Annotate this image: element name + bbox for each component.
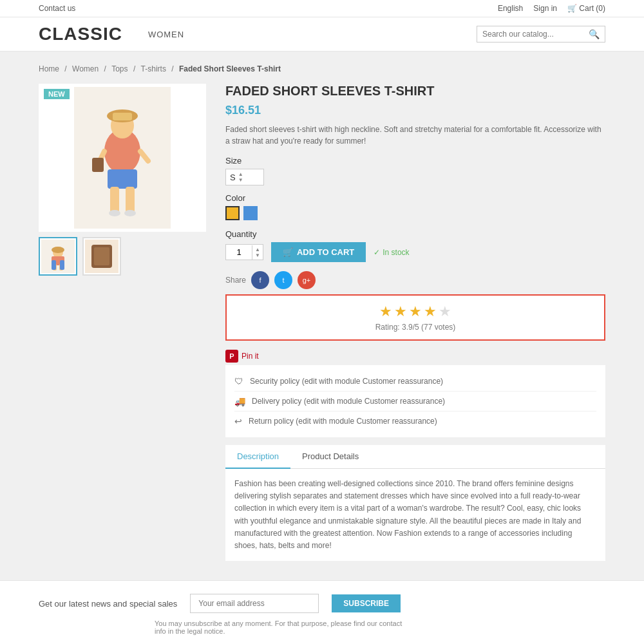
newsletter-row: Get our latest news and special sales SU… bbox=[39, 594, 605, 613]
svg-rect-19 bbox=[52, 260, 56, 270]
size-up-arrow[interactable]: ▲ bbox=[238, 171, 243, 177]
search-box: 🔍 bbox=[477, 26, 605, 43]
breadcrumb-home[interactable]: Home bbox=[39, 64, 59, 73]
delivery-icon: 🚚 bbox=[234, 396, 245, 406]
sign-in-link[interactable]: Sign in bbox=[533, 4, 557, 13]
svg-rect-2 bbox=[108, 169, 137, 189]
share-facebook-button[interactable]: f bbox=[251, 271, 269, 289]
share-googleplus-button[interactable]: g+ bbox=[298, 271, 316, 289]
star-1: ★ bbox=[379, 303, 392, 320]
color-label: Color bbox=[225, 193, 605, 203]
thumbnail-1[interactable] bbox=[39, 237, 77, 276]
contact-us-link[interactable]: Contact us bbox=[39, 4, 75, 13]
breadcrumb-sep-1: / bbox=[64, 64, 69, 73]
star-rating: ★ ★ ★ ★ ★ bbox=[234, 303, 596, 320]
product-title: FADED SHORT SLEEVES T-SHIRT bbox=[225, 84, 605, 99]
tab-nav: Description Product Details bbox=[225, 445, 605, 469]
breadcrumb-current: Faded Short Sleeves T-shirt bbox=[179, 64, 281, 73]
svg-rect-3 bbox=[110, 187, 119, 213]
quantity-arrows: ▲ ▼ bbox=[252, 245, 263, 260]
svg-rect-9 bbox=[113, 113, 132, 120]
breadcrumb-women[interactable]: Women bbox=[72, 64, 99, 73]
svg-rect-4 bbox=[126, 187, 135, 213]
pinterest-button[interactable]: P Pin it bbox=[225, 347, 605, 365]
product-main-image bbox=[74, 87, 171, 229]
policy-return: ↩ Return policy (edit with module Custom… bbox=[234, 412, 596, 431]
breadcrumb-tops[interactable]: Tops bbox=[111, 64, 128, 73]
product-price: $16.51 bbox=[225, 104, 605, 117]
thumb-image-2 bbox=[85, 240, 118, 273]
newsletter-note: You may unsubscribe at any moment. For t… bbox=[155, 620, 412, 635]
breadcrumb-sep-4: / bbox=[171, 64, 176, 73]
in-stock-label: In stock bbox=[383, 248, 409, 257]
tab-product-details[interactable]: Product Details bbox=[290, 445, 370, 468]
breadcrumb: Home / Women / Tops / T-shirts / Faded S… bbox=[39, 64, 605, 73]
qty-down-arrow[interactable]: ▼ bbox=[255, 252, 260, 258]
breadcrumb-sep-3: / bbox=[133, 64, 138, 73]
pinterest-icon: P bbox=[225, 350, 238, 363]
header-left: CLASSIC WOMEN bbox=[39, 24, 184, 44]
color-swatches bbox=[225, 206, 605, 220]
star-2: ★ bbox=[394, 303, 407, 320]
policy-delivery: 🚚 Delivery policy (edit with module Cust… bbox=[234, 392, 596, 412]
rating-text: Rating: 3.9/5 (77 votes) bbox=[234, 323, 596, 332]
thumbnail-row bbox=[39, 237, 206, 276]
top-bar: Contact us English Sign in 🛒 Cart (0) bbox=[0, 0, 644, 17]
in-stock-status: ✓ In stock bbox=[374, 248, 409, 257]
qty-up-arrow[interactable]: ▲ bbox=[255, 247, 260, 252]
tabs-section: Description Product Details Fashion has … bbox=[225, 445, 605, 561]
product-images: NEW bbox=[39, 84, 206, 561]
cart-link[interactable]: 🛒 Cart (0) bbox=[567, 4, 605, 13]
svg-point-6 bbox=[124, 210, 136, 216]
quantity-input-wrap: ▲ ▼ bbox=[225, 244, 263, 260]
language-selector[interactable]: English bbox=[498, 4, 523, 13]
return-icon: ↩ bbox=[234, 416, 242, 426]
top-bar-right: English Sign in 🛒 Cart (0) bbox=[498, 4, 605, 13]
breadcrumb-sep-2: / bbox=[104, 64, 109, 73]
content-area: Home / Women / Tops / T-shirts / Faded S… bbox=[0, 52, 644, 580]
star-5: ★ bbox=[439, 303, 451, 320]
nav-women[interactable]: WOMEN bbox=[148, 30, 184, 39]
add-to-cart-label: ADD TO CART bbox=[297, 247, 354, 257]
search-input[interactable] bbox=[482, 30, 589, 39]
pinterest-label: Pin it bbox=[242, 352, 259, 361]
size-down-arrow[interactable]: ▼ bbox=[238, 177, 243, 183]
color-swatch-yellow[interactable] bbox=[225, 206, 240, 220]
quantity-input[interactable] bbox=[226, 245, 252, 260]
highlight-box: ★ ★ ★ ★ ★ Rating: 3.9/5 (77 votes) bbox=[225, 294, 605, 341]
product-description: Faded short sleeves t-shirt with high ne… bbox=[225, 124, 605, 147]
svg-rect-23 bbox=[94, 247, 109, 265]
new-badge: NEW bbox=[44, 89, 70, 99]
color-swatch-blue[interactable] bbox=[243, 206, 258, 220]
add-to-cart-button[interactable]: 🛒 ADD TO CART bbox=[271, 242, 366, 262]
newsletter-label: Get our latest news and special sales bbox=[39, 599, 177, 609]
breadcrumb-tshirts[interactable]: T-shirts bbox=[141, 64, 166, 73]
size-value: S bbox=[230, 173, 236, 182]
header: CLASSIC WOMEN 🔍 bbox=[0, 17, 644, 52]
cart-label: Cart (0) bbox=[579, 4, 605, 13]
tab-content-description: Fashion has been creating well-designed … bbox=[225, 469, 605, 561]
policy-security: 🛡 Security policy (edit with module Cust… bbox=[234, 372, 596, 392]
quantity-label: Quantity bbox=[225, 229, 605, 239]
delivery-policy-text: Delivery policy (edit with module Custom… bbox=[252, 397, 445, 406]
subscribe-button[interactable]: SUBSCRIBE bbox=[332, 594, 401, 612]
share-row: Share f t g+ bbox=[225, 271, 605, 289]
size-select[interactable]: S ▲ ▼ bbox=[225, 169, 264, 185]
product-details: FADED SHORT SLEEVES T-SHIRT $16.51 Faded… bbox=[225, 84, 605, 561]
svg-rect-12 bbox=[92, 158, 104, 172]
share-label: Share bbox=[225, 276, 246, 285]
size-arrows[interactable]: ▲ ▼ bbox=[238, 171, 243, 183]
share-twitter-button[interactable]: t bbox=[274, 271, 292, 289]
quantity-row: ▲ ▼ 🛒 ADD TO CART ✓ In stock bbox=[225, 242, 605, 262]
thumb-image-1 bbox=[41, 240, 75, 273]
svg-point-15 bbox=[52, 247, 64, 253]
svg-point-5 bbox=[109, 210, 120, 216]
thumbnail-2[interactable] bbox=[82, 237, 121, 276]
star-4: ★ bbox=[424, 303, 437, 320]
search-icon[interactable]: 🔍 bbox=[589, 29, 600, 39]
svg-rect-20 bbox=[60, 260, 64, 270]
product-section: NEW bbox=[39, 84, 605, 561]
logo[interactable]: CLASSIC bbox=[39, 24, 122, 44]
tab-description[interactable]: Description bbox=[225, 445, 290, 469]
newsletter-email-input[interactable] bbox=[190, 594, 319, 613]
